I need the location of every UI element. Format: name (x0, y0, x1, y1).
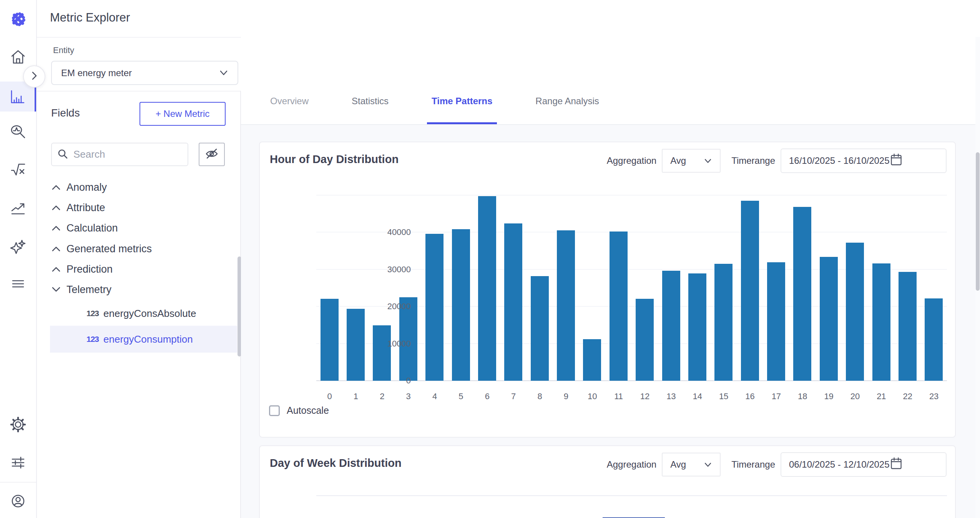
x-tick-label: 13 (658, 391, 684, 401)
page-scrollbar-thumb[interactable] (976, 152, 980, 291)
day-card-title: Day of Week Distribution (270, 457, 402, 470)
y-tick-label: 0 (406, 376, 411, 386)
entity-select[interactable]: EM energy meter (51, 61, 238, 85)
sidebar-item-ai-insights[interactable] (0, 232, 36, 261)
bar-hour-7 (504, 223, 522, 381)
field-item-energyConsAbsolute[interactable]: 123 energyConsAbsolute (50, 300, 237, 327)
sidebar-item-anomaly-search[interactable] (0, 117, 36, 147)
y-tick-label: 10000 (387, 339, 411, 349)
hour-aggregation-select[interactable]: Avg (662, 149, 721, 173)
x-tick-label: 9 (553, 391, 579, 401)
hour-of-day-card: Hour of Day Distribution Aggregation Avg… (259, 142, 956, 438)
gridline (316, 232, 947, 232)
x-tick-label: 2 (369, 391, 395, 401)
search-input[interactable] (73, 148, 182, 160)
x-tick-label: 10 (579, 391, 606, 401)
chevron-up-icon (51, 184, 61, 190)
sidebar-item-preferences[interactable] (0, 448, 36, 478)
sidebar-divider (0, 482, 36, 483)
tab-time-patterns[interactable]: Time Patterns (427, 90, 497, 124)
chevron-down-icon (51, 286, 61, 293)
eye-off-icon (204, 146, 219, 163)
x-tick-label: 5 (448, 391, 474, 401)
app-logo-icon (8, 9, 28, 29)
category-label: Attribute (66, 202, 105, 214)
chevron-down-icon (219, 68, 228, 78)
chevron-up-icon (51, 205, 61, 211)
sidebar-item-list[interactable] (0, 269, 36, 299)
bar-hour-10 (583, 339, 601, 381)
day-aggregation-select[interactable]: Avg (662, 453, 721, 476)
timerange-label: Timerange (731, 155, 775, 166)
chevron-up-icon (51, 266, 61, 272)
bar-hour-20 (846, 243, 864, 381)
field-item-energyConsumption[interactable]: 123 energyConsumption (50, 326, 237, 353)
bar-hour-16 (741, 201, 759, 381)
autoscale-label: Autoscale (287, 405, 329, 416)
hour-chart-plot (316, 195, 947, 381)
field-category-telemetry[interactable]: Telemetry (37, 280, 237, 300)
x-tick-label: 4 (422, 391, 448, 401)
x-tick-label: 20 (842, 391, 869, 401)
tab-overview[interactable]: Overview (266, 90, 313, 124)
autoscale-control[interactable]: Autoscale (269, 405, 329, 416)
hour-timerange-value: 16/10/2025 - 16/10/2025 (789, 155, 890, 166)
x-tick-label: 15 (711, 391, 737, 401)
sidebar-item-settings[interactable] (0, 410, 36, 440)
bar-hour-23 (925, 298, 943, 381)
sidebar-item-account[interactable] (0, 486, 36, 516)
search-icon (57, 148, 68, 161)
x-tick-label: 3 (395, 391, 422, 401)
hide-fields-button[interactable] (199, 143, 225, 166)
x-tick-label: 21 (868, 391, 895, 401)
hour-card-title: Hour of Day Distribution (270, 153, 399, 166)
field-category-attribute[interactable]: Attribute (37, 198, 237, 218)
x-tick-label: 6 (474, 391, 500, 401)
page-scrollbar-track[interactable] (975, 37, 980, 518)
bar-hour-9 (557, 230, 575, 381)
field-category-anomaly[interactable]: Anomaly (37, 177, 237, 197)
field-category-calculation[interactable]: Calculation (37, 218, 237, 238)
bar-hour-2 (373, 325, 391, 381)
x-tick-label: 23 (921, 391, 947, 401)
y-tick-label: 30000 (387, 265, 411, 275)
x-tick-label: 11 (605, 391, 632, 401)
entity-label: Entity (53, 45, 74, 55)
new-metric-button[interactable]: + New Metric (140, 102, 226, 126)
sidebar-item-functions[interactable] (0, 155, 36, 185)
tab-statistics[interactable]: Statistics (347, 90, 393, 124)
metric-label: energyConsumption (103, 333, 193, 345)
bar-hour-21 (872, 263, 890, 381)
x-tick-label: 8 (527, 391, 553, 401)
entity-value: EM energy meter (61, 68, 132, 78)
field-search[interactable] (51, 143, 188, 166)
field-category-prediction[interactable]: Prediction (37, 259, 237, 279)
category-label: Telemetry (66, 284, 111, 296)
day-of-week-card: Day of Week Distribution Aggregation Avg… (259, 445, 956, 518)
day-timerange-input[interactable]: 06/10/2025 - 12/10/2025 (781, 452, 947, 477)
sidebar-expand-button[interactable] (23, 65, 45, 88)
bar-hour-5 (452, 229, 470, 381)
bar-hour-8 (531, 276, 549, 381)
bar-hour-11 (610, 232, 628, 381)
x-tick-label: 0 (316, 391, 343, 401)
metric-label: energyConsAbsolute (103, 308, 196, 320)
number-field-icon: 123 (86, 335, 99, 344)
chevron-up-icon (51, 246, 61, 252)
gridline (316, 195, 947, 195)
bar-hour-12 (636, 299, 654, 381)
autoscale-checkbox[interactable] (269, 405, 280, 416)
tabs-bar: Overview Statistics Time Patterns Range … (241, 37, 980, 125)
aggregation-label: Aggregation (607, 155, 656, 166)
x-tick-label: 7 (500, 391, 527, 401)
x-tick-label: 16 (737, 391, 763, 401)
category-label: Calculation (66, 222, 118, 234)
hour-timerange-input[interactable]: 16/10/2025 - 16/10/2025 (781, 148, 947, 173)
sidebar-item-trends[interactable] (0, 193, 36, 223)
fields-panel: Fields + New Metric Anomaly Attribute Ca… (37, 91, 241, 518)
bar-hour-18 (793, 207, 811, 381)
chevron-down-icon (704, 459, 712, 470)
tab-range-analysis[interactable]: Range Analysis (531, 90, 603, 124)
x-tick-label: 12 (632, 391, 658, 401)
field-category-generated-metrics[interactable]: Generated metrics (37, 239, 237, 259)
